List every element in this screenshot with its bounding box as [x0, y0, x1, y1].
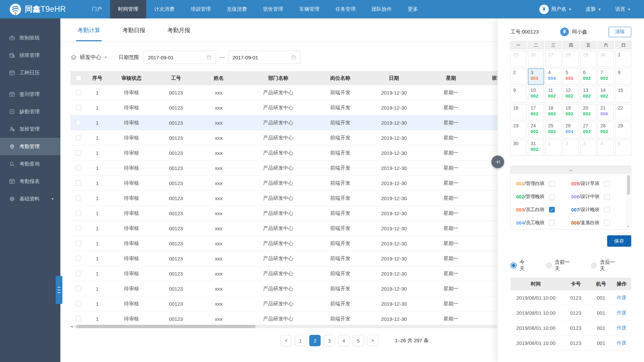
row-checkbox[interactable]: [76, 226, 81, 231]
calendar-day-cell[interactable]: 14 002: [598, 86, 614, 103]
nav-menu-item[interactable]: 计次消费: [146, 0, 182, 18]
row-checkbox[interactable]: [76, 105, 81, 110]
shift-checkbox[interactable]: [549, 207, 555, 213]
calendar-day-cell[interactable]: 30: [511, 139, 527, 156]
calendar-day-cell[interactable]: 5: [615, 139, 631, 156]
clear-button[interactable]: 清除: [608, 27, 631, 37]
nav-menu-item[interactable]: 时间管理: [110, 0, 146, 18]
row-checkbox[interactable]: [76, 165, 81, 171]
row-checkbox[interactable]: [76, 90, 81, 95]
row-checkbox[interactable]: [76, 195, 81, 201]
nav-menu-item[interactable]: 门户: [84, 0, 110, 18]
table-row[interactable]: 1 待审核 00123 xxx 产品研发中心 前端开发 2019-12-30 星…: [70, 251, 527, 266]
table-row[interactable]: 1 待审核 00123 xxx 产品研发中心 前端开发 2019-12-30 星…: [70, 130, 527, 145]
calendar-day-cell[interactable]: 16: [511, 104, 527, 120]
calendar-day-cell[interactable]: 7 002: [598, 68, 614, 85]
calendar-day-cell[interactable]: 21 006: [598, 104, 614, 120]
calendar-day-cell[interactable]: 26 004: [563, 122, 579, 138]
sidebar-item[interactable]: 考勤查询: [0, 155, 60, 173]
row-checkbox[interactable]: [76, 135, 81, 140]
horizontal-scrollbar[interactable]: ◀: [70, 324, 497, 328]
page-button[interactable]: 5: [353, 335, 364, 346]
table-row[interactable]: 1 待审核 00123 xxx 产品研发中心 前端开发 2019-12-30 星…: [70, 281, 527, 296]
radio-circle[interactable]: [591, 262, 597, 268]
table-row[interactable]: 1 待审核 00123 xxx 产品研发中心 前端开发 2019-12-30 星…: [70, 206, 527, 221]
calendar-day-cell[interactable]: 3 003: [528, 68, 544, 85]
calendar-day-cell[interactable]: 29: [615, 122, 631, 138]
void-link[interactable]: 作废: [616, 325, 627, 330]
calendar-day-cell[interactable]: 10 002: [528, 86, 544, 103]
calendar-day-cell[interactable]: 24 002: [528, 122, 544, 138]
skin-menu[interactable]: 皮肤 ▼: [586, 6, 601, 12]
save-button[interactable]: 保存: [607, 235, 631, 247]
calendar-day-cell[interactable]: 18 002: [545, 104, 561, 120]
calendar-day-cell[interactable]: 15: [615, 86, 631, 103]
calendar-day-cell[interactable]: 28: [563, 51, 579, 67]
prev-page-button[interactable]: <: [280, 335, 292, 346]
sidebar-item[interactable]: 考勤报表: [0, 173, 60, 190]
table-row[interactable]: 1 待审核 00123 xxx 产品研发中心 前端开发 2019-12-30 星…: [70, 191, 527, 206]
department-selector[interactable]: 研发中心 ▼: [70, 54, 107, 61]
radio-circle[interactable]: [546, 262, 552, 268]
calendar-day-cell[interactable]: 13 002: [580, 86, 596, 103]
table-row[interactable]: 1 待审核 00123 xxx 产品研发中心 前端开发 2019-12-30 星…: [70, 266, 527, 281]
sidebar-item[interactable]: 签到管理: [0, 85, 60, 103]
content-tab[interactable]: 考勤计算: [76, 18, 102, 41]
row-checkbox[interactable]: [76, 256, 81, 261]
calendar-day-cell[interactable]: 25: [511, 51, 527, 67]
nav-menu-item[interactable]: 车辆管理: [291, 0, 327, 18]
calendar-day-cell[interactable]: 3: [580, 139, 596, 156]
shift-checkbox[interactable]: [549, 220, 555, 226]
void-link[interactable]: 作废: [616, 340, 627, 346]
calendar-day-cell[interactable]: 1: [615, 51, 631, 67]
calendar-day-cell[interactable]: 27: [545, 51, 561, 67]
radio-option[interactable]: 含后一天: [591, 259, 620, 272]
calendar-day-cell[interactable]: 20 002: [580, 104, 596, 120]
void-link[interactable]: 作废: [616, 295, 627, 300]
shift-picker-collapse[interactable]: [511, 166, 631, 174]
date-from-input[interactable]: 2017-09-01: [144, 51, 216, 64]
calendar-day-cell[interactable]: 4: [598, 139, 614, 156]
user-menu[interactable]: 用户名 ▼: [539, 5, 572, 14]
calendar-day-cell[interactable]: 23: [511, 122, 527, 138]
select-all-checkbox[interactable]: [76, 75, 81, 81]
scroll-left-icon[interactable]: ◀: [70, 325, 73, 328]
nav-menu-item[interactable]: 更多: [400, 0, 426, 18]
shift-checkbox[interactable]: [604, 207, 610, 213]
panel-collapse-button[interactable]: [491, 156, 504, 168]
calendar-day-cell[interactable]: 5 005: [563, 68, 579, 85]
calendar-day-cell[interactable]: 30: [598, 51, 614, 67]
sidebar-item[interactable]: 班制班组: [0, 29, 60, 47]
nav-menu-item[interactable]: 团队协作: [364, 0, 400, 18]
shift-checkbox[interactable]: [604, 220, 610, 226]
calendar-day-cell[interactable]: 9: [511, 86, 527, 103]
row-checkbox[interactable]: [76, 316, 81, 321]
next-page-button[interactable]: >: [367, 335, 378, 346]
table-row[interactable]: 1 待审核 00123 xxx 产品研发中心 前端开发 2019-12-30 星…: [70, 221, 527, 236]
content-tab[interactable]: 考勤月报: [166, 18, 192, 41]
table-row[interactable]: 1 待审核 00123 xxx 产品研发中心 前端开发 2019-12-30 星…: [70, 115, 527, 130]
calendar-day-cell[interactable]: 6 002: [580, 68, 596, 85]
scroll-down-icon[interactable]: ▼: [627, 225, 630, 228]
row-checkbox[interactable]: [76, 271, 81, 276]
table-row[interactable]: 1 待审核 00123 xxx 产品研发中心 前端开发 2019-12-30 星…: [70, 296, 527, 311]
calendar-day-cell[interactable]: 8: [615, 68, 631, 85]
content-tab[interactable]: 考勤日报: [121, 18, 147, 41]
nav-menu-item[interactable]: 宿舍管理: [255, 0, 291, 18]
page-button[interactable]: 4: [338, 335, 350, 346]
table-row[interactable]: 1 待审核 00123 xxx 产品研发中心 前端开发 2019-12-30 星…: [70, 161, 527, 176]
sidebar-item[interactable]: 排班管理: [0, 47, 60, 64]
table-row[interactable]: 1 待审核 00123 xxx 产品研发中心 前端开发 2019-12-30 星…: [70, 176, 527, 191]
radio-option[interactable]: 今天: [511, 259, 529, 272]
page-button[interactable]: 2: [309, 335, 321, 346]
calendar-day-cell[interactable]: 2: [563, 139, 579, 156]
row-checkbox[interactable]: [76, 301, 81, 306]
nav-menu-item[interactable]: 任务管理: [327, 0, 364, 18]
calendar-day-cell[interactable]: 12 002: [563, 86, 579, 103]
shift-list-scrollbar[interactable]: ▼: [626, 175, 630, 229]
radio-option[interactable]: 含前一天: [546, 259, 575, 272]
sidebar-item[interactable]: 考勤管理: [0, 138, 60, 155]
calendar-day-cell[interactable]: 31 002: [528, 139, 544, 156]
shift-checkbox[interactable]: [549, 181, 555, 187]
floating-drawer-handle[interactable]: [56, 276, 62, 304]
